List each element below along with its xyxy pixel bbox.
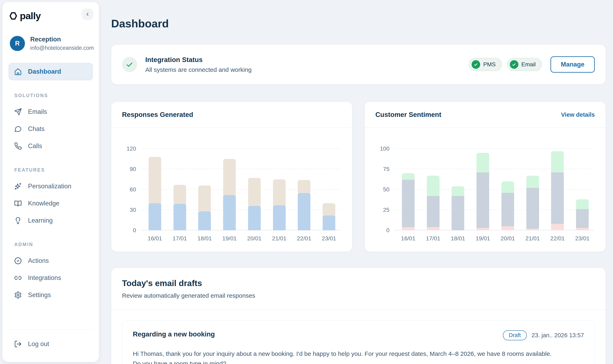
sidebar-item-integrations[interactable]: Integrations [9, 269, 93, 286]
bar-segment-green [402, 173, 415, 180]
nav-section-label: FEATURES [14, 167, 93, 173]
x-axis-tick: 18/01 [196, 235, 213, 242]
link-icon [14, 274, 22, 282]
stacked-bar-22/01 [551, 151, 564, 230]
charts-row: Responses Generated 030609012016/0117/01… [111, 102, 606, 252]
status-actions: PMSEmail Manage [469, 56, 595, 73]
logout-button[interactable]: Log out [9, 336, 93, 352]
sidebar-item-label: Personalization [28, 182, 71, 190]
bar-slot [296, 139, 313, 230]
view-details-link[interactable]: View details [561, 111, 595, 118]
user-profile: R Reception info@hoteloceanside.com [9, 36, 93, 51]
opally-logo-icon [9, 11, 18, 21]
check-circle-icon [472, 60, 480, 69]
x-axis-tick: 20/01 [246, 235, 263, 242]
bar-segment-green [576, 199, 589, 209]
check-circle-icon [510, 60, 518, 69]
bar-segment-green [476, 153, 489, 172]
email-drafts-card: Today's email drafts Review automaticall… [111, 268, 606, 364]
bar-slot [400, 139, 417, 230]
phone-icon [14, 142, 22, 150]
bar-segment-blue [223, 195, 236, 230]
bar-segment-blue [298, 193, 310, 230]
app-screen: pally R Reception info@hoteloceanside.co… [0, 0, 613, 364]
bar-slot [499, 139, 516, 230]
bar-segment-beige [323, 203, 335, 215]
bar-segment-beige [298, 180, 310, 193]
plot-area: 0255075100 [394, 139, 594, 230]
x-axis-tick: 23/01 [320, 235, 337, 242]
bar-segment-green [551, 151, 564, 172]
y-axis-tick: 60 [119, 186, 136, 193]
sidebar-item-personalization[interactable]: Personalization [9, 178, 93, 195]
status-text: Integration Status All systems are conne… [145, 56, 251, 73]
sidebar-item-emails[interactable]: Emails [9, 103, 93, 120]
draft-body-text: Hi Thomas, thank you for your inquiry ab… [133, 349, 584, 364]
draft-header-row: Regarding a new booking Draft 23. jan.. … [133, 330, 584, 340]
sidebar-item-dashboard[interactable]: Dashboard [9, 63, 93, 80]
sidebar: pally R Reception info@hoteloceanside.co… [2, 2, 99, 362]
bar-segment-blue [323, 215, 335, 230]
bar-slot [146, 139, 164, 230]
stacked-bar-21/01 [526, 176, 539, 230]
stacked-bar-23/01 [576, 199, 589, 230]
x-axis-tick: 19/01 [221, 235, 238, 242]
x-axis-tick: 20/01 [499, 235, 516, 242]
y-axis-tick: 30 [119, 207, 136, 213]
sidebar-item-settings[interactable]: Settings [9, 286, 93, 304]
sidebar-item-label: Settings [28, 291, 51, 299]
bar-slot [320, 139, 337, 230]
bar-slot [425, 139, 442, 230]
avatar: R [10, 36, 25, 51]
drafts-subtitle: Review automatically generated email res… [122, 292, 595, 299]
badge-label: PMS [483, 61, 496, 68]
bar-slot [246, 139, 263, 230]
y-axis-tick: 100 [372, 145, 390, 152]
x-axis-tick: 21/01 [524, 235, 541, 242]
x-axis-tick: 19/01 [474, 235, 491, 242]
nav-section-label: SOLUTIONS [14, 93, 93, 98]
chart-title: Customer Sentiment [375, 111, 441, 118]
sidebar-wrap: pally R Reception info@hoteloceanside.co… [0, 0, 99, 364]
bar-slot [549, 139, 566, 230]
x-axis-tick: 17/01 [171, 235, 188, 242]
integration-badge-pms: PMS [469, 58, 502, 71]
sidebar-item-chats[interactable]: Chats [9, 120, 93, 138]
chart-header: Responses Generated [111, 102, 352, 128]
stacked-bar-17/01 [427, 176, 440, 230]
bar-segment-beige [223, 159, 236, 195]
drafts-title: Today's email drafts [122, 278, 595, 288]
sidebar-item-learning[interactable]: Learning [9, 212, 93, 229]
bar-segment-gray [476, 172, 489, 228]
bar-segment-blue [149, 203, 161, 230]
stacked-bar-19/01 [476, 153, 489, 230]
bar-segment-gray [576, 209, 589, 228]
stacked-bar-20/01 [502, 182, 514, 230]
x-axis-tick: 17/01 [425, 235, 442, 242]
sidebar-collapse-button[interactable] [82, 9, 93, 20]
bar-segment-green [452, 186, 464, 196]
chat-icon [14, 125, 22, 133]
badge-label: Email [521, 61, 536, 68]
sidebar-item-knowledge[interactable]: Knowledge [9, 195, 93, 212]
y-axis-tick: 75 [372, 166, 390, 172]
sidebar-item-label: Emails [28, 108, 47, 116]
bar-slot [271, 139, 288, 230]
sidebar-item-label: Actions [28, 257, 49, 264]
stacked-bar-21/01 [273, 179, 286, 230]
book-icon [14, 200, 22, 207]
bar-segment-green [526, 176, 539, 188]
sidebar-item-label: Integrations [28, 274, 61, 282]
chart-title: Responses Generated [122, 111, 193, 118]
logout-label: Log out [28, 340, 49, 348]
sidebar-item-actions[interactable]: Actions [9, 252, 93, 269]
bar-segment-pink [427, 227, 440, 230]
x-axis-tick: 21/01 [271, 235, 288, 242]
draft-list-item[interactable]: Regarding a new booking Draft 23. jan.. … [122, 320, 595, 364]
x-axis-labels: 16/0117/0118/0119/0120/0121/0122/0123/01 [146, 235, 337, 242]
manage-button[interactable]: Manage [550, 56, 595, 73]
sidebar-item-calls[interactable]: Calls [9, 138, 93, 155]
main-content: Dashboard Integration Status All systems… [99, 0, 613, 364]
responses-generated-chart: 030609012016/0117/0118/0119/0120/0121/01… [111, 128, 352, 252]
stacked-bar-19/01 [223, 159, 236, 230]
